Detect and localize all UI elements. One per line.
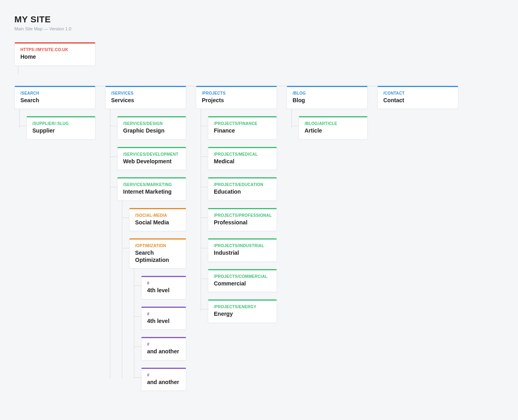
node-label: Internet Marketing (123, 188, 180, 196)
node-label: Commercial (214, 280, 271, 287)
node-label: Web Development (123, 158, 180, 165)
node-path: /BLOG/ARTICLE (305, 121, 362, 126)
node-article[interactable]: /BLOG/ARTICLE Article (299, 116, 368, 140)
node-path: /OPTIMIZATION (135, 244, 180, 248)
node-industrial[interactable]: /PROJECTS/INDUSTRIAL Industrial (208, 238, 277, 262)
node-services[interactable]: /SERVICES Services (105, 86, 186, 109)
child-wrap: /PROJECTS/PROFESSIONAL Professional (208, 201, 277, 232)
node-path: # (147, 312, 180, 316)
node-home[interactable]: HTTPS://MYSITE.CO.UK Home (14, 42, 96, 66)
node-4th-level[interactable]: # 4th level (141, 307, 186, 330)
child-wrap: /SERVICES/MARKETING Internet Marketing /… (117, 170, 186, 391)
children-projects: /PROJECTS/FINANCE Finance /PROJECTS/MEDI… (196, 109, 277, 323)
node-projects[interactable]: /PROJECTS Projects (196, 86, 277, 109)
node-4th-level[interactable]: # 4th level (141, 276, 186, 299)
col-projects: /PROJECTS Projects /PROJECTS/FINANCE Fin… (196, 86, 277, 323)
child-wrap: # 4th level (141, 299, 186, 330)
node-path: /SEARCH (20, 91, 90, 95)
columns-row: /SEARCH Search /SUPPLIER/:SLUG Supplier … (14, 86, 504, 391)
child-wrap: /OPTIMIZATION Search Optimization # 4th … (129, 231, 186, 391)
col-services: /SERVICES Services /SERVICES/DESIGN Grap… (105, 86, 186, 391)
col-blog: /BLOG Blog /BLOG/ARTICLE Article (287, 86, 368, 140)
site-title: MY SITE (14, 14, 504, 25)
node-path: /BLOG (293, 91, 362, 95)
child-wrap: /PROJECTS/FINANCE Finance (208, 109, 277, 140)
site-subtitle: Main Site Map — Version 1.0 (14, 26, 504, 31)
node-path: /SERVICES/MARKETING (123, 182, 180, 187)
node-path: /SOCIAL-MEDIA (135, 213, 180, 218)
node-path: /PROJECTS/PROFESSIONAL (214, 213, 271, 218)
node-finance[interactable]: /PROJECTS/FINANCE Finance (208, 116, 277, 140)
root-connector (14, 66, 96, 75)
node-label: and another (147, 348, 180, 355)
node-label: and another (147, 379, 180, 386)
node-and-another[interactable]: # and another (141, 368, 186, 391)
sitemap-page: MY SITE Main Site Map — Version 1.0 HTTP… (0, 0, 518, 420)
children-blog: /BLOG/ARTICLE Article (287, 109, 368, 140)
child-wrap: /SOCIAL-MEDIA Social Media (129, 201, 186, 232)
node-and-another[interactable]: # and another (141, 337, 186, 361)
node-label: Contact (383, 97, 452, 104)
node-search-optimization[interactable]: /OPTIMIZATION Search Optimization (129, 238, 186, 269)
col-search: /SEARCH Search /SUPPLIER/:SLUG Supplier (14, 86, 96, 140)
children-search: /SUPPLIER/:SLUG Supplier (14, 109, 96, 140)
node-professional[interactable]: /PROJECTS/PROFESSIONAL Professional (208, 208, 277, 232)
child-wrap: /SERVICES/DESIGN Graphic Design (117, 109, 186, 140)
node-label: Article (305, 127, 362, 135)
node-graphic-design[interactable]: /SERVICES/DESIGN Graphic Design (117, 116, 186, 140)
node-label: 4th level (147, 318, 180, 325)
child-wrap: # and another (141, 361, 186, 391)
node-label: Search Optimization (135, 250, 180, 263)
node-contact[interactable]: /CONTACT Contact (377, 86, 458, 109)
node-path: HTTPS://MYSITE.CO.UK (20, 48, 90, 52)
node-internet-marketing[interactable]: /SERVICES/MARKETING Internet Marketing (117, 177, 186, 201)
node-path: /SERVICES/DEVELOPMENT (123, 152, 180, 157)
node-path: /PROJECTS/INDUSTRIAL (214, 244, 271, 248)
node-supplier[interactable]: /SUPPLIER/:SLUG Supplier (26, 116, 96, 140)
child-wrap: /PROJECTS/COMMERCIAL Commercial (208, 262, 277, 293)
node-label: Home (20, 53, 90, 61)
children-optimization: # 4th level # 4th level (129, 269, 186, 391)
node-energy[interactable]: /PROJECTS/ENERGY Energy (208, 299, 277, 323)
node-commercial[interactable]: /PROJECTS/COMMERCIAL Commercial (208, 269, 277, 293)
root-area: HTTPS://MYSITE.CO.UK Home (14, 42, 96, 75)
node-label: Professional (214, 219, 271, 226)
child-wrap: # 4th level (141, 269, 186, 299)
child-wrap: /PROJECTS/INDUSTRIAL Industrial (208, 231, 277, 262)
node-path: # (147, 373, 180, 377)
node-path: /SERVICES/DESIGN (123, 121, 180, 126)
node-path: /SUPPLIER/:SLUG (32, 121, 90, 126)
node-path: /PROJECTS/FINANCE (214, 121, 271, 126)
children-marketing: /SOCIAL-MEDIA Social Media /OPTIMIZATION… (117, 201, 186, 391)
node-search[interactable]: /SEARCH Search (14, 86, 96, 109)
node-path: /CONTACT (383, 91, 452, 95)
node-web-development[interactable]: /SERVICES/DEVELOPMENT Web Development (117, 147, 186, 170)
node-path: /SERVICES (111, 91, 180, 95)
node-label: Supplier (32, 127, 90, 135)
node-label: Blog (293, 97, 362, 104)
child-wrap: /PROJECTS/EDUCATION Education (208, 170, 277, 201)
node-path: /PROJECTS/MEDICAL (214, 152, 271, 157)
child-wrap: /PROJECTS/ENERGY Energy (208, 292, 277, 323)
child-wrap: /BLOG/ARTICLE Article (299, 109, 368, 140)
child-wrap: /SERVICES/DEVELOPMENT Web Development (117, 140, 186, 170)
node-label: 4th level (147, 287, 180, 294)
child-wrap: # and another (141, 330, 186, 361)
children-services: /SERVICES/DESIGN Graphic Design /SERVICE… (105, 109, 186, 391)
node-path: # (147, 281, 180, 285)
node-blog[interactable]: /BLOG Blog (287, 86, 368, 109)
node-label: Energy (214, 311, 271, 318)
node-label: Projects (202, 97, 271, 104)
node-social-media[interactable]: /SOCIAL-MEDIA Social Media (129, 208, 186, 232)
node-label: Medical (214, 158, 271, 165)
node-education[interactable]: /PROJECTS/EDUCATION Education (208, 177, 277, 201)
page-header: MY SITE Main Site Map — Version 1.0 (14, 14, 504, 31)
node-label: Services (111, 97, 180, 104)
node-path: /PROJECTS/COMMERCIAL (214, 274, 271, 279)
node-label: Education (214, 188, 271, 196)
node-label: Graphic Design (123, 127, 180, 135)
node-path: # (147, 342, 180, 347)
col-contact: /CONTACT Contact (377, 86, 458, 109)
node-path: /PROJECTS/ENERGY (214, 305, 271, 309)
node-medical[interactable]: /PROJECTS/MEDICAL Medical (208, 147, 277, 170)
